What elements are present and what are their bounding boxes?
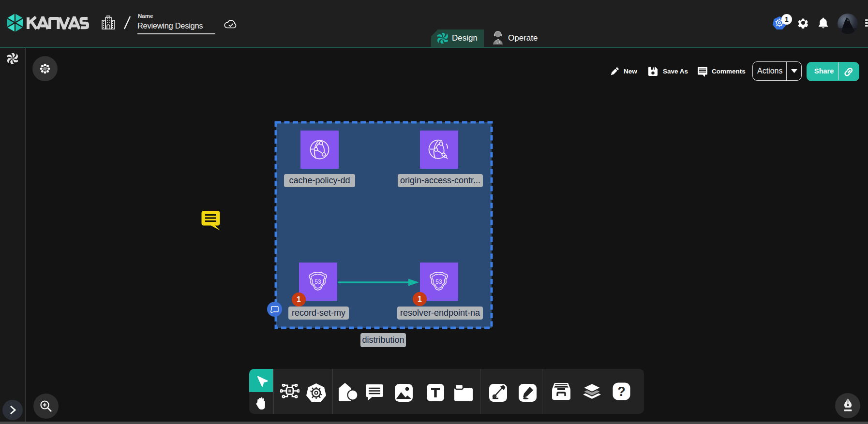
svg-text:53: 53 <box>314 278 321 285</box>
svg-text:53: 53 <box>435 278 442 285</box>
svg-text:?: ? <box>617 384 626 399</box>
